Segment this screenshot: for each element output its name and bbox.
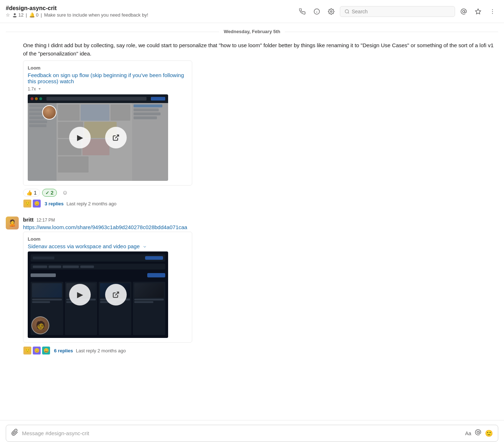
- separator1: |: [26, 12, 27, 18]
- search-box[interactable]: Search: [340, 6, 455, 17]
- url-message: https://www.loom.com/share/94963c1ab9d24…: [23, 224, 498, 230]
- channel-description: Make sure to include when you need feedb…: [44, 12, 148, 18]
- video-thumbnail-1[interactable]: ▶: [28, 94, 168, 181]
- bookmark-icon: [475, 8, 481, 15]
- input-right-icons: Aa 🙂: [465, 429, 493, 437]
- add-reaction-button-1[interactable]: ☺: [59, 188, 71, 197]
- loom-link-1[interactable]: Feedback on sign up flow (skip beginning…: [28, 72, 184, 84]
- loom-title-1: Feedback on sign up flow (skip beginning…: [28, 72, 188, 84]
- message-text-1: One thing I didnt add but by collecting,…: [23, 41, 498, 58]
- channel-meta: ☆ 12 | 🔔 0 | Make sure to include when y…: [6, 12, 297, 18]
- check-count: 2: [51, 190, 54, 196]
- message-area-1: One thing I didnt add but by collecting,…: [0, 40, 504, 362]
- message-block-1: One thing I didnt add but by collecting,…: [6, 40, 498, 209]
- message-input-box[interactable]: Message #design-async-crit Aa 🙂: [6, 425, 498, 442]
- app-container: #design-async-crit ☆ 12 | 🔔 0 | Make sur…: [0, 0, 504, 446]
- info-icon: [314, 8, 320, 15]
- svg-line-5: [348, 12, 349, 13]
- date-label: Wednesday, February 5th: [219, 29, 284, 34]
- loom-link-2[interactable]: Sidenav access via workspace and video p…: [28, 243, 147, 249]
- phone-icon: [299, 8, 306, 15]
- reaction-checkmark[interactable]: ✓ 2: [42, 189, 57, 197]
- last-reply-1: Last reply 2 months ago: [67, 201, 117, 206]
- reply-avatars-1: 🙂 😊: [23, 199, 42, 208]
- reply-avatars-2: 🙂 😊 😄: [23, 346, 51, 355]
- message-placeholder: Message #design-async-crit: [22, 430, 462, 436]
- thumbsup-emoji: 👍: [26, 190, 32, 196]
- check-emoji: ✓: [45, 190, 49, 196]
- play-button-1[interactable]: ▶: [69, 127, 91, 148]
- input-at-button[interactable]: [475, 429, 481, 437]
- bookmark-button[interactable]: [472, 6, 484, 17]
- message-block-2: 🙎 britt 12:17 PM https://www.loom.com/sh…: [6, 215, 498, 356]
- external-button-2[interactable]: [105, 284, 127, 305]
- svg-point-4: [345, 9, 348, 13]
- message-header-2: britt 12:17 PM: [23, 217, 498, 223]
- reply-avatar-1: 🙂: [23, 199, 32, 208]
- svg-point-8: [492, 9, 493, 10]
- attach-icon: [11, 429, 18, 436]
- members-count: 12: [12, 12, 23, 18]
- video-thumbnail-2[interactable]: 🧑 ▶: [28, 251, 168, 338]
- svg-line-12: [115, 292, 118, 295]
- reaction-thumbsup[interactable]: 👍 1: [23, 189, 40, 197]
- more-button[interactable]: [487, 6, 498, 17]
- attach-button[interactable]: [11, 429, 18, 438]
- last-reply-2: Last reply 2 months ago: [76, 348, 126, 353]
- settings-button[interactable]: [325, 6, 337, 17]
- loom-label-1: Loom: [28, 65, 188, 71]
- external-link-icon-2: [112, 291, 120, 298]
- loom-url-link[interactable]: https://www.loom.com/share/94963c1ab9d24…: [23, 224, 187, 230]
- channel-header: #design-async-crit ☆ 12 | 🔔 0 | Make sur…: [0, 0, 504, 23]
- at-button[interactable]: [458, 6, 469, 17]
- video-person-avatar-1: [42, 105, 57, 120]
- phone-button[interactable]: [297, 6, 308, 17]
- username-britt: britt: [23, 217, 33, 223]
- avatar-britt: 🙎: [6, 217, 19, 229]
- format-button[interactable]: Aa: [465, 431, 471, 436]
- search-placeholder: Search: [352, 9, 368, 14]
- header-left: #design-async-crit ☆ 12 | 🔔 0 | Make sur…: [6, 5, 297, 18]
- svg-line-11: [115, 135, 118, 138]
- svg-point-6: [463, 10, 465, 13]
- replies-count-1[interactable]: 3 replies: [45, 201, 64, 206]
- message-content-1: One thing I didnt add but by collecting,…: [23, 41, 498, 208]
- more-icon: [489, 8, 496, 15]
- channel-name: #design-async-crit: [6, 5, 297, 12]
- reply-avatar-2: 😊: [32, 199, 41, 208]
- svg-point-3: [330, 10, 332, 12]
- svg-point-13: [477, 431, 479, 433]
- video-overlay-2: ▶: [28, 251, 168, 338]
- external-button-1[interactable]: [105, 127, 127, 148]
- reply-avatar-2-3: 😄: [42, 346, 50, 355]
- members-icon: [12, 13, 17, 18]
- replies-row-1: 🙂 😊 3 replies Last reply 2 months ago: [23, 199, 498, 208]
- svg-point-9: [492, 11, 493, 12]
- info-button[interactable]: [311, 6, 323, 17]
- chevron-down-icon-2: [143, 245, 147, 249]
- timestamp-britt: 12:17 PM: [36, 218, 55, 223]
- reply-avatar-2-1: 🙂: [23, 346, 32, 355]
- play-button-2[interactable]: ▶: [69, 284, 91, 305]
- loom-speed-1[interactable]: 1.7x: [28, 86, 188, 92]
- loom-label-2: Loom: [28, 236, 188, 242]
- chevron-down-icon-1: [37, 87, 42, 91]
- svg-marker-7: [476, 9, 481, 14]
- svg-point-10: [492, 13, 493, 14]
- star-icon[interactable]: ☆: [6, 12, 10, 18]
- messages-content: Wednesday, February 5th One thing I didn…: [0, 23, 504, 446]
- replies-count-2[interactable]: 6 replies: [54, 348, 73, 353]
- at-input-icon: [475, 429, 481, 436]
- loom-embed-2: Loom Sidenav access via workspace and vi…: [23, 232, 192, 343]
- external-link-icon-1: [112, 134, 120, 141]
- separator2: |: [41, 12, 42, 18]
- header-right: Search: [297, 6, 498, 17]
- replies-row-2: 🙂 😊 😄 6 replies Last reply 2 months ago: [23, 346, 498, 355]
- emoji-button[interactable]: 🙂: [485, 429, 493, 437]
- thumbsup-count: 1: [34, 190, 37, 196]
- gear-icon: [328, 8, 334, 15]
- date-separator: Wednesday, February 5th: [0, 29, 504, 34]
- message-input-area: Message #design-async-crit Aa 🙂: [0, 420, 504, 446]
- search-icon: [345, 9, 350, 14]
- loom-title-2: Sidenav access via workspace and video p…: [28, 243, 188, 249]
